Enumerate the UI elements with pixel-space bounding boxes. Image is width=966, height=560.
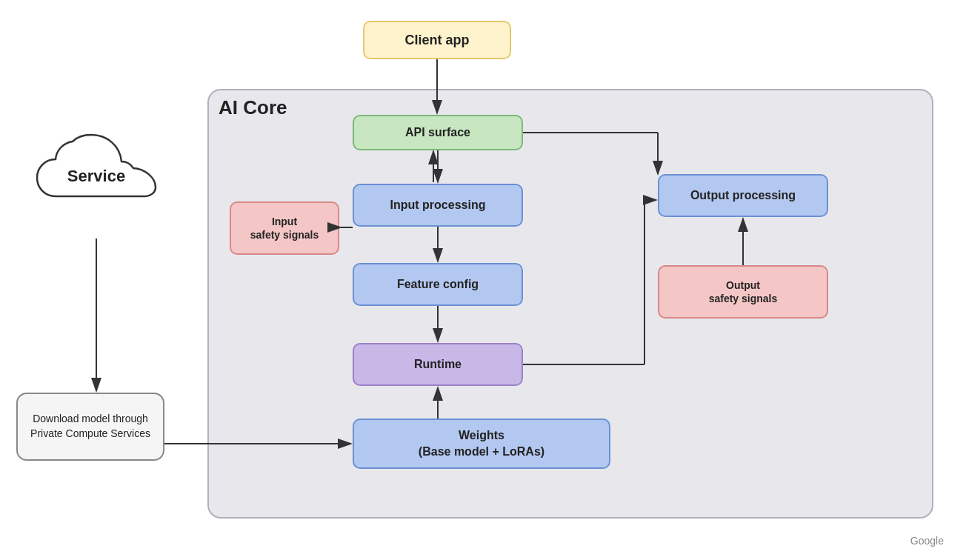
feature-config-box: Feature config xyxy=(353,263,523,306)
api-surface-box: API surface xyxy=(353,115,523,150)
download-model-label: Download model through Private Compute S… xyxy=(25,412,156,441)
download-model-box: Download model through Private Compute S… xyxy=(16,393,164,461)
diagram-container: Client app AI Core API surface Input pro… xyxy=(0,0,966,560)
ai-core-label: AI Core xyxy=(219,96,287,119)
service-label: Service xyxy=(30,167,163,186)
input-processing-box: Input processing xyxy=(353,184,523,227)
api-surface-label: API surface xyxy=(405,126,470,139)
input-safety-label: Inputsafety signals xyxy=(250,215,319,241)
weights-box: Weights(Base model + LoRAs) xyxy=(353,419,610,469)
weights-label: Weights(Base model + LoRAs) xyxy=(419,427,544,461)
output-safety-label: Outputsafety signals xyxy=(709,279,778,305)
input-safety-box: Inputsafety signals xyxy=(230,201,339,255)
output-processing-label: Output processing xyxy=(690,189,796,202)
client-app-label: Client app xyxy=(404,33,469,48)
client-app-box: Client app xyxy=(363,21,511,59)
google-watermark: Google xyxy=(910,535,944,547)
runtime-box: Runtime xyxy=(353,343,523,386)
output-processing-box: Output processing xyxy=(658,174,828,217)
feature-config-label: Feature config xyxy=(397,278,479,291)
service-cloud: Service xyxy=(30,130,163,226)
output-safety-box: Outputsafety signals xyxy=(658,265,828,319)
input-processing-label: Input processing xyxy=(390,199,486,212)
runtime-label: Runtime xyxy=(414,358,462,371)
